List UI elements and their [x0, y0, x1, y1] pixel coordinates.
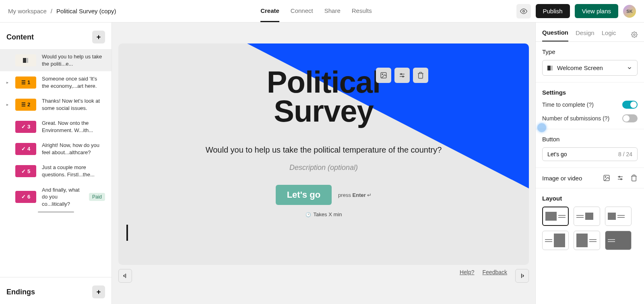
- type-section: Type Welcome Screen: [536, 42, 644, 83]
- tab-logic[interactable]: Logic: [602, 29, 616, 41]
- char-count: 8 / 24: [618, 151, 632, 157]
- content-item-label: Great. Now onto the Environment. W...ith…: [42, 120, 105, 134]
- svg-point-12: [619, 176, 620, 178]
- content-item-5[interactable]: 5 Just a couple more questions. Firstl..…: [0, 160, 111, 182]
- text-cursor: [126, 225, 128, 241]
- right-sidebar: Question Design Logic Type Welcome Scree…: [535, 23, 644, 304]
- tab-create[interactable]: Create: [260, 0, 279, 22]
- canvas-area: Political Survey Would you to help us ta…: [112, 23, 535, 304]
- chevron-down-icon: [627, 65, 632, 71]
- chevron-left-panel-icon: [122, 273, 128, 279]
- content-item-4[interactable]: 4 Alright! Now, how do you feel about...…: [0, 138, 111, 160]
- breadcrumb-separator: /: [51, 8, 52, 14]
- type-label: Type: [542, 48, 638, 55]
- content-item-2[interactable]: ▸ 2 Thanks! Now let's look at some socia…: [0, 93, 111, 116]
- publish-button[interactable]: Publish: [536, 4, 570, 18]
- media-label: Image or video: [542, 175, 582, 182]
- app-header: My workspace / Political Survey (copy) C…: [0, 0, 644, 23]
- user-avatar[interactable]: SK: [623, 5, 636, 18]
- chevron-right-panel-icon: [519, 273, 525, 279]
- button-section-label: Button: [542, 136, 638, 143]
- tab-share[interactable]: Share: [324, 0, 341, 22]
- layout-option-1[interactable]: [542, 207, 569, 226]
- svg-point-0: [522, 10, 524, 12]
- view-plans-button[interactable]: View plans: [575, 4, 618, 18]
- submissions-toggle[interactable]: [622, 114, 638, 122]
- eye-icon: [520, 8, 527, 15]
- opinion-icon: [21, 168, 26, 174]
- setting-time-label: Time to complete (?): [542, 101, 594, 108]
- layout-option-4[interactable]: [542, 231, 569, 250]
- tab-question[interactable]: Question: [542, 29, 568, 41]
- content-item-welcome[interactable]: Would you to help us take the politi...e…: [0, 49, 111, 71]
- time-toggle[interactable]: [622, 101, 638, 109]
- clock-icon: [305, 211, 311, 217]
- image-icon[interactable]: [603, 174, 610, 182]
- add-ending-button[interactable]: +: [92, 285, 105, 298]
- setting-submissions-label: Number of submissions (?): [542, 115, 609, 122]
- form-canvas[interactable]: Political Survey Would you to help us ta…: [118, 43, 529, 265]
- content-item-1[interactable]: ▸ 1 Someone once said 'It's the economy,…: [0, 71, 111, 93]
- sliders-icon: [398, 72, 406, 79]
- trash-icon[interactable]: [630, 174, 638, 182]
- collapse-left-button[interactable]: [118, 269, 132, 283]
- collapse-right-button[interactable]: [515, 269, 529, 283]
- layout-option-3[interactable]: [605, 207, 632, 226]
- layout-option-2[interactable]: [574, 207, 600, 226]
- breadcrumb: My workspace / Political Survey (copy): [8, 8, 116, 14]
- svg-point-13: [621, 179, 622, 180]
- content-item-6[interactable]: 6 And finally, what do you co...liticall…: [0, 182, 111, 212]
- right-tabs: Question Design Logic: [536, 23, 644, 42]
- layout-option-5[interactable]: [574, 231, 600, 250]
- trash-icon: [417, 72, 424, 79]
- content-item-label: Just a couple more questions. Firstl...t…: [42, 164, 105, 178]
- content-item-label: Someone once said 'It's the economy,...a…: [42, 75, 105, 89]
- content-item-3[interactable]: 3 Great. Now onto the Environment. W...i…: [0, 116, 111, 138]
- opinion-icon: [21, 124, 26, 130]
- settings-gear-button[interactable]: [631, 31, 638, 39]
- sliders-icon[interactable]: [617, 174, 624, 182]
- cursor-highlight: [537, 123, 546, 132]
- layout-section: Layout: [536, 188, 644, 256]
- svg-point-9: [605, 176, 606, 177]
- svg-point-6: [402, 76, 404, 77]
- welcome-screen-icon: [547, 66, 553, 70]
- keyboard-hint: press Enter ↵: [338, 192, 372, 198]
- welcome-question-text[interactable]: Would you to help us take the political …: [206, 144, 442, 155]
- gear-icon: [631, 31, 638, 38]
- adjust-button[interactable]: [394, 68, 410, 83]
- svg-point-5: [400, 74, 402, 75]
- welcome-screen-icon: [23, 58, 29, 63]
- type-select[interactable]: Welcome Screen: [542, 60, 638, 76]
- help-link[interactable]: Help?: [460, 269, 475, 283]
- content-item-label: And finally, what do you co...litically?: [42, 186, 83, 208]
- opinion-icon: [21, 146, 26, 152]
- preview-button[interactable]: [516, 4, 531, 19]
- tab-results[interactable]: Results: [352, 0, 372, 22]
- scroll-indicator[interactable]: [38, 211, 74, 213]
- content-item-label: Would you to help us take the politi...e…: [42, 53, 105, 67]
- group-icon: [21, 101, 26, 108]
- tab-design[interactable]: Design: [576, 29, 594, 41]
- delete-image-button[interactable]: [413, 68, 428, 83]
- breadcrumb-root[interactable]: My workspace: [8, 8, 47, 14]
- type-value: Welcome Screen: [557, 64, 603, 71]
- opinion-icon: [21, 194, 26, 200]
- time-estimate: Takes X min: [305, 211, 342, 217]
- settings-section: Settings Time to complete (?) Number of …: [536, 83, 644, 129]
- media-section: Image or video: [536, 168, 644, 188]
- button-section: Button 8 / 24: [536, 129, 644, 168]
- paid-badge: Paid: [89, 193, 105, 201]
- breadcrumb-current[interactable]: Political Survey (copy): [56, 8, 116, 14]
- image-button[interactable]: [376, 68, 391, 83]
- svg-point-7: [634, 34, 635, 35]
- feedback-link[interactable]: Feedback: [483, 269, 507, 283]
- endings-heading: Endings: [6, 288, 35, 296]
- layout-option-6[interactable]: [605, 231, 632, 250]
- button-text-input[interactable]: [547, 151, 618, 157]
- group-icon: [21, 79, 26, 85]
- form-title: Political Survey: [267, 68, 380, 126]
- layout-heading: Layout: [542, 195, 638, 202]
- add-content-button[interactable]: +: [92, 31, 105, 43]
- tab-connect[interactable]: Connect: [291, 0, 313, 22]
